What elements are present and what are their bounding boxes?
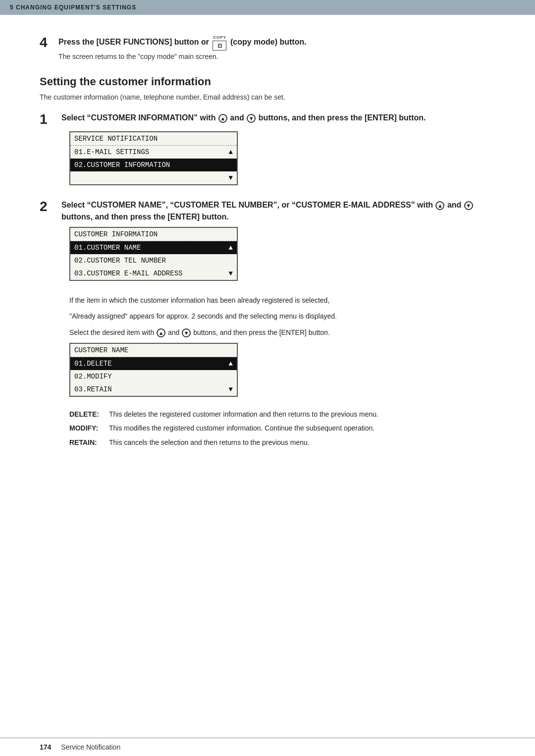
screen1-row2: 02.CUSTOMER INFORMATION <box>70 159 237 171</box>
screen1-row0-text: SERVICE NOTIFICATION <box>74 135 225 143</box>
step2-text-main: Select “CUSTOMER NAME”, “CUSTOMER TEL NU… <box>61 201 433 209</box>
step4-block: 4 Press the [USER FUNCTIONS] button or C… <box>40 35 495 60</box>
step1-number: 1 <box>40 112 54 127</box>
step2-text: Select “CUSTOMER NAME”, “CUSTOMER TEL NU… <box>61 199 495 223</box>
def-row-modify: MODIFY: This modifies the registered cus… <box>69 423 495 433</box>
screen1-row3: ▼ <box>70 171 237 184</box>
step2-screen: CUSTOMER INFORMATION 01.CUSTOMER NAME ▲ … <box>69 227 238 281</box>
screen1-row1: 01.E-MAIL SETTINGS ▲ <box>70 146 237 159</box>
section-desc: The customer information (name, telephon… <box>40 93 495 101</box>
note3-up-btn: ▲ <box>157 328 165 337</box>
screen3-row1: 01.DELETE ▲ <box>70 357 237 370</box>
note3: Select the desired item with ▲ and ▼ but… <box>69 327 495 338</box>
step2-number: 2 <box>40 199 54 215</box>
def-row-delete: DELETE: This deletes the registered cust… <box>69 409 495 420</box>
screen2-row0-text: CUSTOMER INFORMATION <box>74 230 225 238</box>
def-delete-desc: This deletes the registered customer inf… <box>109 409 495 420</box>
header-bar: 5 CHANGING EQUIPMENT'S SETTINGS <box>0 0 535 15</box>
note3-and: and <box>168 328 179 336</box>
step1-text-main: Select “CUSTOMER INFORMATION” with <box>61 113 215 122</box>
step1-text2: buttons, and then press the [ENTER] butt… <box>259 113 426 122</box>
copy-btn-box: ⊡ <box>213 41 226 51</box>
screen1-row1-arrow: ▲ <box>225 148 233 156</box>
def-modify-desc: This modifies the registered customer in… <box>109 423 495 433</box>
step2-text2: buttons, and then press the [ENTER] butt… <box>61 213 229 221</box>
screen1-row0: SERVICE NOTIFICATION <box>70 132 237 145</box>
screen1-row1-text: 01.E-MAIL SETTINGS <box>74 148 225 156</box>
step4-text-part1: Press the [USER FUNCTIONS] button or <box>58 38 209 46</box>
screen3-row0: CUSTOMER NAME <box>70 344 237 357</box>
screen3-row2-text: 02.MODIFY <box>74 373 225 380</box>
screen2-row2-text: 02.CUSTOMER TEL NUMBER <box>74 257 225 265</box>
section-heading: Setting the customer information <box>40 75 495 88</box>
step1-screen: SERVICE NOTIFICATION 01.E-MAIL SETTINGS … <box>69 131 238 185</box>
def-retain-desc: This cancels the selection and then retu… <box>109 437 495 448</box>
note1: If the item in which the customer inform… <box>69 295 495 306</box>
step1-up-button: ▲ <box>218 114 227 123</box>
step4-text-part2: (copy mode) button. <box>230 38 307 46</box>
screen2-row3: 03.CUSTOMER E-MAIL ADDRESS ▼ <box>70 267 237 280</box>
screen1-row2-text: 02.CUSTOMER INFORMATION <box>74 161 225 169</box>
step2-and: and <box>447 201 461 209</box>
screen2-row1-arrow: ▲ <box>225 244 233 252</box>
note2: "Already assigned" appears for approx. 2… <box>69 311 495 322</box>
step1-block: 1 Select “CUSTOMER INFORMATION” with ▲ a… <box>40 112 495 185</box>
step1-text: Select “CUSTOMER INFORMATION” with ▲ and… <box>61 112 426 124</box>
note3-pre: Select the desired item with <box>69 328 154 336</box>
screen3-row3-arrow: ▼ <box>225 385 233 393</box>
screen2-row2: 02.CUSTOMER TEL NUMBER <box>70 254 237 267</box>
screen3-row1-arrow: ▲ <box>225 360 233 368</box>
copy-tiny-label: COPY <box>213 35 226 41</box>
def-retain-label: RETAIN: <box>69 437 109 448</box>
note3-down-btn: ▼ <box>182 328 191 337</box>
note3-post: buttons, and then press the [ENTER] butt… <box>193 328 330 336</box>
step3-screen: CUSTOMER NAME 01.DELETE ▲ 02.MODIFY 03.R… <box>69 343 238 397</box>
screen1-row3-arrow: ▼ <box>225 174 233 182</box>
screen2-row1-text: 01.CUSTOMER NAME <box>74 244 225 252</box>
step1-down-button: ▼ <box>247 114 256 123</box>
screen3-row0-text: CUSTOMER NAME <box>74 346 225 354</box>
def-delete-label: DELETE: <box>69 409 109 420</box>
step2-up-button: ▲ <box>435 201 444 210</box>
screen3-row3: 03.RETAIN ▼ <box>70 383 237 396</box>
screen3-row1-text: 01.DELETE <box>74 360 225 368</box>
copy-button-icon: COPY ⊡ <box>213 35 226 51</box>
header-label: 5 CHANGING EQUIPMENT'S SETTINGS <box>10 4 136 11</box>
screen2-row3-text: 03.CUSTOMER E-MAIL ADDRESS <box>74 270 225 277</box>
footer-label: Service Notification <box>61 743 120 751</box>
screen3-row3-text: 03.RETAIN <box>74 385 225 393</box>
footer-page: 174 <box>40 743 51 751</box>
step4-text: Press the [USER FUNCTIONS] button or COP… <box>58 35 307 51</box>
step2-down-button: ▼ <box>464 201 473 210</box>
screen2-row0: CUSTOMER INFORMATION <box>70 228 237 241</box>
def-modify-label: MODIFY: <box>69 423 109 433</box>
screen2-row3-arrow: ▼ <box>225 270 233 277</box>
step4-number: 4 <box>40 35 54 51</box>
step2-block: 2 Select “CUSTOMER NAME”, “CUSTOMER TEL … <box>40 199 495 281</box>
definitions-list: DELETE: This deletes the registered cust… <box>69 409 495 448</box>
footer: 174 Service Notification <box>0 738 535 756</box>
main-content: 4 Press the [USER FUNCTIONS] button or C… <box>0 15 535 481</box>
screen3-row2: 02.MODIFY <box>70 370 237 383</box>
def-row-retain: RETAIN: This cancels the selection and t… <box>69 437 495 448</box>
step4-subtext: The screen returns to the "copy mode" ma… <box>58 53 495 60</box>
step1-and: and <box>230 113 244 122</box>
screen2-row1: 01.CUSTOMER NAME ▲ <box>70 241 237 254</box>
